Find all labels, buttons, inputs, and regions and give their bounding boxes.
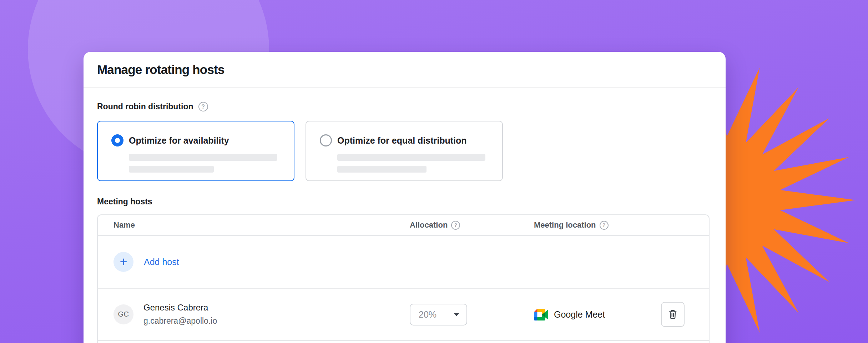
add-host-label: Add host (144, 257, 179, 267)
option-optimize-equal-distribution[interactable]: Optimize for equal distribution (306, 121, 503, 181)
meeting-hosts-label: Meeting hosts (97, 197, 152, 207)
skeleton-bar (337, 166, 427, 173)
add-host-button[interactable]: + Add host (98, 236, 709, 288)
radio-unselected-icon[interactable] (320, 134, 332, 146)
allocation-select[interactable]: 20% (410, 304, 467, 325)
help-icon[interactable]: ? (451, 221, 460, 230)
distribution-label: Round robin distribution (97, 102, 193, 111)
skeleton-text (129, 154, 280, 173)
help-icon[interactable]: ? (600, 221, 609, 230)
option-label: Optimize for equal distribution (337, 135, 467, 146)
distribution-options: Optimize for availability Optimize for e… (97, 121, 712, 181)
delete-host-button[interactable] (661, 302, 685, 327)
host-email: g.cabrera@apollo.io (143, 316, 217, 326)
manage-rotating-hosts-modal: Manage rotating hosts Round robin distri… (84, 52, 726, 343)
help-icon[interactable]: ? (198, 102, 208, 111)
distribution-section-header: Round robin distribution ? (97, 102, 712, 111)
table-header-row: Name Allocation ? Meeting location ? (98, 215, 709, 236)
hosts-table: Name Allocation ? Meeting location ? + A… (97, 214, 710, 343)
hosts-section-header: Meeting hosts (97, 197, 712, 207)
option-label: Optimize for availability (129, 135, 229, 146)
page-title: Manage rotating hosts (97, 63, 712, 77)
skeleton-bar (129, 166, 214, 173)
plus-icon[interactable]: + (113, 252, 133, 272)
modal-body: Round robin distribution ? Optimize for … (84, 88, 726, 343)
column-header-name: Name (113, 220, 135, 230)
option-optimize-availability[interactable]: Optimize for availability (97, 121, 294, 181)
host-row: GC Genesis Cabrera g.cabrera@apollo.io 2… (98, 288, 709, 340)
skeleton-bar (337, 154, 485, 161)
trash-icon (667, 309, 678, 320)
google-meet-icon (534, 309, 548, 320)
avatar: GC (113, 304, 133, 324)
skeleton-bar (129, 154, 277, 161)
skeleton-text (337, 154, 489, 173)
column-header-meeting-location: Meeting location (534, 220, 596, 230)
radio-selected-icon[interactable] (111, 134, 123, 146)
modal-header: Manage rotating hosts (84, 52, 726, 88)
column-header-allocation: Allocation (410, 220, 448, 230)
meeting-location-value: Google Meet (554, 309, 605, 320)
host-name: Genesis Cabrera (143, 303, 217, 313)
chevron-down-icon (454, 313, 459, 316)
allocation-value: 20% (419, 309, 436, 320)
next-row-partial (98, 340, 709, 343)
